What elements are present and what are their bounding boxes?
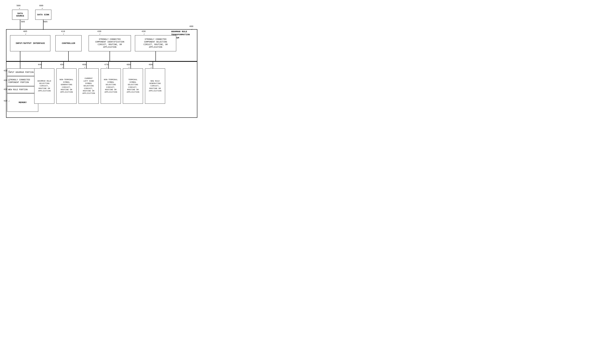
scc-id-to-bus-vline [110,51,110,61]
memory-box: MEMORY [7,93,38,112]
datasink-vline [43,20,43,30]
datasink-box: DATA SINK [35,10,51,20]
conn505-label: 505 [21,21,25,23]
newrule-ref-label: 490 [149,64,153,66]
newrule-vline [153,62,153,68]
nonterm-gen-box: NON-TERMINALSYMBOLGENERATINGCIRCUIT,ROUT… [56,68,77,104]
grammarsys-ref-label: 400 [189,25,193,27]
nonterm-sel-vline [108,62,109,68]
io-to-mem-vline [20,62,20,68]
scc-id-ref-label: 430 [97,30,101,33]
term-sel-ref-label: 480 [127,64,130,66]
term-sel-ref-tick: ↙ [129,66,130,68]
scc-portion-ref: 422 ↙ [4,79,10,81]
newrule-portion-box: NEW RULE PORTION [7,86,38,93]
curleft-ref-label: 460 [82,64,86,66]
scc-sel-ref-label: 430 [142,30,146,33]
input-grammar-box: INPUT GRAMMAR PORTION [7,68,38,76]
datasource-ref-label: 500 [16,4,21,7]
newrule-gen-box: NEW RULEGENERATINGCIRCUIT,ROUTINE ORAPPL… [145,68,165,104]
io-to-bus-vline [20,51,20,61]
input-grammar-ref: 421 ↙ [4,69,10,72]
io-ref-tick: ↙ [25,33,26,35]
io-ref-label: 405 [23,30,27,33]
newrule-ref-tick: ↙ [151,66,152,68]
memory-ref: 420 ↙ [4,100,10,102]
term-sel-box: TERMINALSYMBOLSELECTINGCIRCUIT,ROUTINE O… [123,68,143,104]
grammar-rule-ref-tick: ↙ [40,66,41,68]
datasink-tick: ↙ [42,7,43,10]
curleft-ref-tick: ↙ [84,66,85,68]
datasource-tick: ↙ [19,7,20,10]
nonterm-sel-ref-label: 470 [104,64,108,66]
conn605-label: 605 [43,21,48,23]
scc-sel-box: STRONGLY CONNECTEDCOMPONENT SELECTINGCIR… [135,35,176,51]
nonterm-sel-box: NON-TERMINALSYMBOLSELECTINGCIRCUIT,ROUTI… [101,68,121,104]
grammar-rule-vline [41,62,42,68]
datasink-ref-label: 600 [39,4,43,7]
nonterm-gen-vline [64,62,64,68]
scc-id-ref-tick: ↙ [99,33,101,35]
ctrl-to-bus-vline [68,51,69,61]
nonterm-sel-ref-tick: ↙ [106,66,107,68]
scc-sel-ref-tick: ↙ [143,33,145,35]
scc-id-box: STRONGLY CONNECTEDCOMPONENT IDENTIFICATI… [89,35,131,51]
bus-line [6,61,197,62]
controller-ref-label: 410 [61,30,65,33]
io-interface-box: INPUT/OUTPUT INTERFACE [10,35,50,51]
scc-sel-to-bus-vline [156,51,156,61]
datasource-box: DATA SOURCE [12,10,28,20]
newrule-portion-ref: 423 ↙ [4,88,10,91]
controller-ref-tick: ↙ [63,33,64,35]
datasource-vline [20,20,20,30]
grammar-rule-box: GRAMMAR RULESELECTINGCIRCUIT,ROUTINE ORA… [34,68,54,104]
curleft-vline [86,62,87,68]
curleft-box: CURRENTLEFT HANDSYMBOLSELECTINGCIRCUIT,R… [78,68,99,104]
controller-box: CONTROLLER [55,35,82,51]
nonterm-gen-ref-tick: ↙ [62,66,63,68]
diagram: 500 600 400 ↙ ↙ ↙ DATA SOURCE DATA SINK … [4,4,201,117]
scc-portion-box: STRONGLY CONNECTEDCOMPONENT PORTION [7,76,38,86]
term-sel-vline [130,62,131,68]
